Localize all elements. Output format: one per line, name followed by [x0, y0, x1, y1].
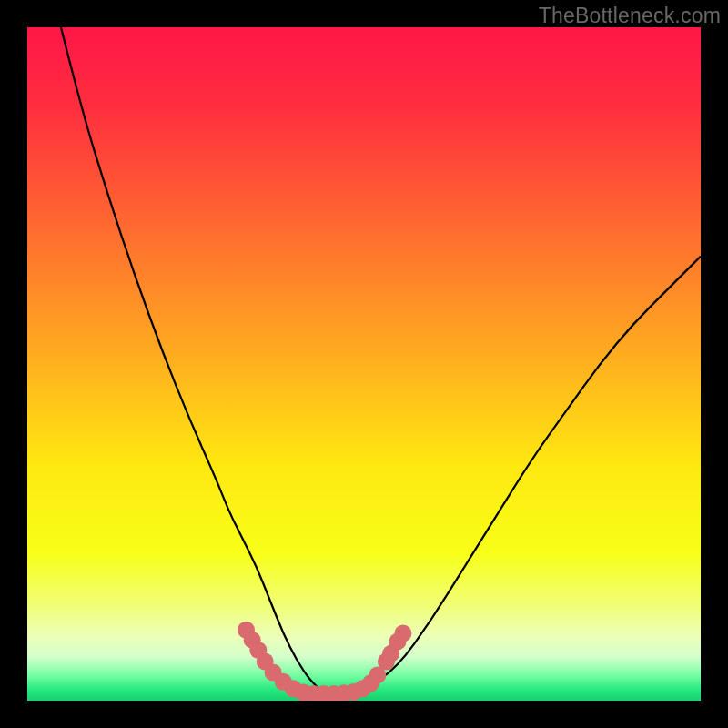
plot-area	[27, 27, 701, 701]
watermark-text: TheBottleneck.com	[539, 4, 721, 28]
chart-frame: TheBottleneck.com	[0, 0, 728, 728]
curve-marker	[394, 625, 411, 642]
bottleneck-chart	[27, 27, 701, 701]
